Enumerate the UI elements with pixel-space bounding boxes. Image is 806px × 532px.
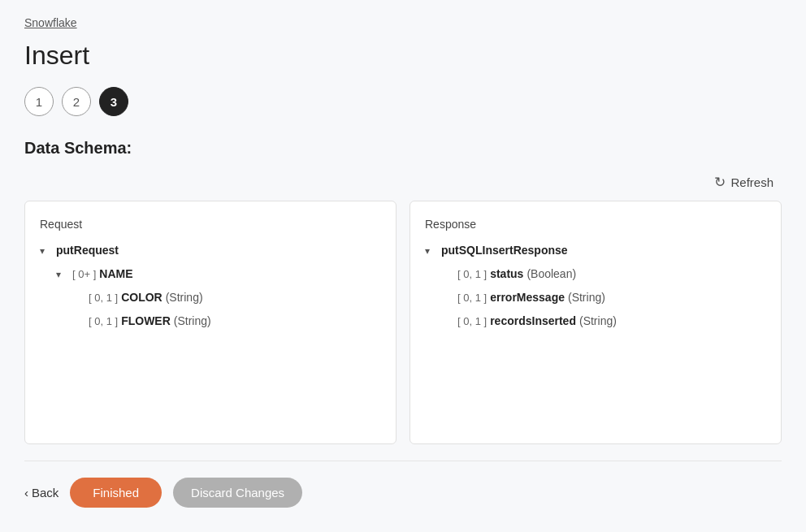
step-1[interactable]: 1 [24,87,54,116]
finished-button[interactable]: Finished [70,478,162,508]
range-recordsinserted: [ 0, 1 ] [457,314,487,330]
breadcrumb[interactable]: Snowflake [24,16,782,29]
field-recordsinserted: recordsInserted [490,313,576,330]
step-2[interactable]: 2 [62,87,91,116]
type-recordsinserted: (String) [579,313,617,330]
type-status: (Boolean) [526,266,576,283]
field-errormessage: errorMessage [490,289,565,306]
field-flower: FLOWER [121,313,171,330]
caret-flower [72,314,85,329]
steps-row: 1 2 3 [24,87,782,116]
refresh-icon: ↻ [714,174,726,191]
back-button[interactable]: ‹ Back [24,486,58,500]
range-flower: [ 0, 1 ] [89,314,118,330]
tree-item-recordsinserted: [ 0, 1 ] recordsInserted (String) [441,313,766,330]
range-errormessage: [ 0, 1 ] [457,290,487,306]
schema-wrapper: ↻ Refresh Request ▾ putRequest ▾ [ 0+ ] … [24,171,782,444]
caret-name[interactable]: ▾ [56,267,69,282]
footer: ‹ Back Finished Discard Changes [24,461,782,516]
caret-errormessage [441,291,454,305]
caret-putrequest[interactable]: ▾ [40,244,53,258]
tree-item-status: [ 0, 1 ] status (Boolean) [441,266,766,283]
response-panel-label: Response [425,218,766,231]
field-putrequest: putRequest [56,242,119,259]
tree-item-color: [ 0, 1 ] COLOR (String) [72,289,381,306]
data-schema-label: Data Schema: [24,139,782,158]
field-name: NAME [99,266,132,283]
type-color: (String) [166,289,203,306]
panels-row: Request ▾ putRequest ▾ [ 0+ ] NAME [ 0, … [24,201,782,444]
request-panel-label: Request [40,218,381,231]
field-status: status [490,266,523,283]
back-arrow-icon: ‹ [24,486,28,500]
back-label: Back [32,486,58,500]
tree-item-putrequest: ▾ putRequest [40,242,381,259]
caret-status [441,267,454,282]
request-panel: Request ▾ putRequest ▾ [ 0+ ] NAME [ 0, … [24,201,396,444]
refresh-button[interactable]: ↻ Refresh [706,171,782,194]
page-title: Insert [24,41,782,71]
page: Snowflake Insert 1 2 3 Data Schema: ↻ Re… [0,0,806,532]
type-flower: (String) [174,313,211,330]
caret-putsqlinsertresponse[interactable]: ▾ [425,244,438,258]
response-panel: Response ▾ putSQLInsertResponse [ 0, 1 ]… [410,201,782,444]
refresh-row: ↻ Refresh [24,171,782,194]
caret-recordsinserted [441,314,454,329]
range-status: [ 0, 1 ] [457,266,487,283]
tree-item-putsqlinsertresponse: ▾ putSQLInsertResponse [425,242,766,259]
field-color: COLOR [121,289,162,306]
type-errormessage: (String) [568,289,605,306]
field-putsqlinsertresponse: putSQLInsertResponse [441,242,568,259]
tree-item-errormessage: [ 0, 1 ] errorMessage (String) [441,289,766,306]
step-3[interactable]: 3 [99,87,128,116]
range-color: [ 0, 1 ] [89,290,118,306]
discard-button[interactable]: Discard Changes [173,478,302,508]
tree-item-flower: [ 0, 1 ] FLOWER (String) [72,313,381,330]
tree-item-name: ▾ [ 0+ ] NAME [56,266,381,283]
caret-color [72,291,85,305]
range-name: [ 0+ ] [72,266,96,283]
